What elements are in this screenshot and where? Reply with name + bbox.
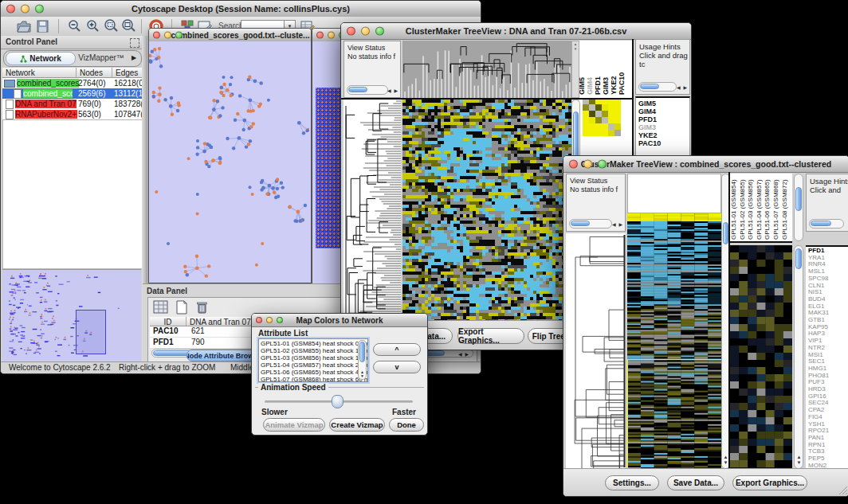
- tab-vizmapper[interactable]: VizMapper™: [76, 52, 127, 64]
- close-icon[interactable]: [347, 27, 355, 36]
- data-col-id[interactable]: ID: [150, 317, 186, 326]
- attribute-list-item[interactable]: GPL51-07 (GSM868) heat shock 60 min: [261, 376, 355, 382]
- minimize-icon[interactable]: [266, 317, 273, 323]
- network-table-row[interactable]: combined_sco2569(6)13112(15): [2, 88, 143, 99]
- scrollbar-arrows[interactable]: ▲▼: [723, 455, 728, 466]
- window-controls[interactable]: [6, 5, 44, 14]
- tv2-gene-list[interactable]: PFD1YRA1RNR4MSL1SPC98CLN1NIS1BUD4ELG1MAK…: [806, 245, 848, 469]
- tab-network[interactable]: Network: [6, 52, 76, 65]
- scrollbar-thumb[interactable]: [723, 222, 728, 244]
- new-attribute-icon[interactable]: [175, 300, 188, 315]
- tv2-zoom-heatmap[interactable]: [730, 245, 792, 469]
- tv2-hints-hscrollbar[interactable]: [809, 219, 844, 229]
- network-table-row[interactable]: RNAPuberNov2+I563(0)107847(0): [2, 109, 143, 119]
- zoom-in-icon[interactable]: [86, 19, 100, 33]
- tv1-gene-label[interactable]: PAC10: [638, 139, 689, 147]
- scrollbar-thumb[interactable]: [795, 187, 802, 211]
- attribute-listbox[interactable]: GPL51-01 (GSM854) heat shock 05 minGPL51…: [258, 338, 368, 382]
- tv1-zoom-cell: [583, 117, 589, 123]
- animate-vizmap-button[interactable]: Animate Vizmap: [263, 418, 325, 432]
- treeview1-titlebar[interactable]: ClusterMaker TreeView : DNA and Tran 07-…: [341, 23, 691, 40]
- minimize-icon[interactable]: [361, 27, 370, 36]
- export-graphics-button[interactable]: Export Graphics...: [457, 328, 524, 344]
- zoom-icon[interactable]: [277, 317, 283, 323]
- birdseye-viewport-rect[interactable]: [76, 310, 106, 354]
- attribute-list-item[interactable]: GPL51-01 (GSM854) heat shock 05 min: [261, 340, 355, 347]
- tv2-labels-vscrollbar[interactable]: [794, 174, 803, 241]
- network-view-titlebar[interactable]: combined_scores_good.txt--cluste...: [149, 29, 311, 42]
- speed-slider-thumb[interactable]: [332, 395, 344, 408]
- resize-grip[interactable]: [838, 485, 848, 495]
- tv1-gene-label[interactable]: GIM3: [638, 123, 689, 131]
- main-titlebar[interactable]: Cytoscape Desktop (Session Name: collins…: [1, 1, 481, 18]
- done-button[interactable]: Done: [389, 418, 424, 432]
- close-icon[interactable]: [153, 32, 160, 39]
- tv1-global-heatmap[interactable]: [402, 100, 571, 321]
- attribute-list-item[interactable]: GPL51-06 (GSM865) heat shock 40 min: [261, 369, 355, 376]
- scrollbar-arrows[interactable]: ◀ ▶: [612, 221, 623, 227]
- col-edges[interactable]: Edges: [112, 68, 143, 78]
- scrollbar-arrows[interactable]: ▲▼: [796, 455, 802, 466]
- tv1-gene-label[interactable]: PFD1: [638, 115, 689, 123]
- zoom-fit-icon[interactable]: [121, 19, 136, 33]
- network-tree-area[interactable]: [2, 119, 143, 269]
- col-network[interactable]: Network: [2, 68, 77, 78]
- close-icon[interactable]: [256, 317, 262, 323]
- zoom-out-icon[interactable]: [68, 19, 81, 33]
- attribute-list-item[interactable]: GPL51-04 (GSM857) heat shock 20 min: [261, 361, 355, 369]
- minimize-icon[interactable]: [164, 32, 171, 39]
- move-down-button[interactable]: v: [373, 361, 421, 373]
- delete-attribute-trash-icon[interactable]: [196, 300, 208, 315]
- attribute-list-item[interactable]: GPL51-03 (GSM856) heat shock 15 min: [261, 354, 355, 361]
- tab-overflow-button[interactable]: ▶: [128, 52, 139, 64]
- float-panel-icon[interactable]: [130, 38, 139, 48]
- zoom-icon[interactable]: [375, 27, 384, 36]
- create-vizmap-button[interactable]: Create Vizmap: [329, 418, 385, 432]
- zoom-icon[interactable]: [598, 160, 607, 169]
- save-data-button[interactable]: Save Data...: [667, 475, 724, 490]
- birdseye-view[interactable]: [2, 269, 141, 362]
- minimize-icon[interactable]: [328, 32, 335, 39]
- col-nodes[interactable]: Nodes: [77, 68, 112, 78]
- tv2-column-labels: GPL51-01 (GSM854)GPL51-02 (GSM855)GPL51-…: [730, 174, 792, 241]
- scrollbar-thumb[interactable]: [795, 248, 802, 269]
- dialog-titlebar[interactable]: Map Colors to Network: [252, 314, 427, 327]
- attribute-list-item[interactable]: GPL51-02 (GSM855) heat shock 10 min: [261, 347, 355, 354]
- scrollbar-arrows[interactable]: ◀ ▶: [677, 84, 688, 90]
- network-table-row[interactable]: combined_scores_2764(0)16218(0): [2, 78, 143, 88]
- minimize-icon[interactable]: [583, 160, 592, 169]
- toolbar-separator: [58, 19, 59, 33]
- close-icon[interactable]: [316, 32, 324, 39]
- minimize-icon[interactable]: [21, 5, 29, 14]
- tv2-zoom-vscrollbar[interactable]: ▲▼: [794, 245, 803, 469]
- tv1-gene-label[interactable]: GIM5: [638, 100, 689, 107]
- open-file-icon[interactable]: [17, 20, 31, 33]
- tv2-status-hscrollbar[interactable]: [569, 219, 612, 229]
- close-icon[interactable]: [569, 160, 578, 169]
- tv1-gene-label[interactable]: GIM4: [638, 107, 689, 115]
- zoom-icon[interactable]: [175, 32, 183, 39]
- tv1-gene-label[interactable]: YKE2: [638, 131, 689, 139]
- treeview2-titlebar[interactable]: ClusterMaker TreeView : combined_scores_…: [563, 156, 848, 173]
- tv1-zoom-heatmap[interactable]: [583, 98, 621, 136]
- tv1-column-dendrogram[interactable]: [402, 41, 571, 98]
- tv1-row-dendrogram[interactable]: [344, 100, 401, 321]
- scrollbar-arrows[interactable]: ◀ ▶: [387, 88, 398, 93]
- tv2-row-dendrogram[interactable]: [566, 233, 626, 469]
- zoom-selected-icon[interactable]: [104, 19, 119, 33]
- move-up-button[interactable]: ^: [373, 343, 421, 356]
- save-icon[interactable]: [37, 20, 49, 33]
- network-canvas[interactable]: [149, 41, 311, 287]
- tv1-status-hscrollbar[interactable]: [347, 85, 388, 95]
- settings-button[interactable]: Settings...: [605, 475, 659, 490]
- select-attributes-icon[interactable]: [153, 300, 169, 315]
- export-graphics-button[interactable]: Export Graphics...: [732, 475, 807, 490]
- tv1-hints-hscrollbar[interactable]: [638, 82, 677, 92]
- scrollbar-arrows[interactable]: ▲▼: [359, 370, 365, 378]
- tab-node-attribute-browser[interactable]: Node Attribute Brows...: [186, 350, 261, 361]
- scrollbar-arrows[interactable]: ◀ ▶: [458, 351, 469, 357]
- attribute-list-vscrollbar[interactable]: ▲▼: [358, 340, 367, 380]
- zoom-icon[interactable]: [35, 5, 44, 14]
- network-table-row[interactable]: DNA and Tran 07769(0)183728(0): [2, 99, 143, 109]
- close-icon[interactable]: [6, 5, 15, 14]
